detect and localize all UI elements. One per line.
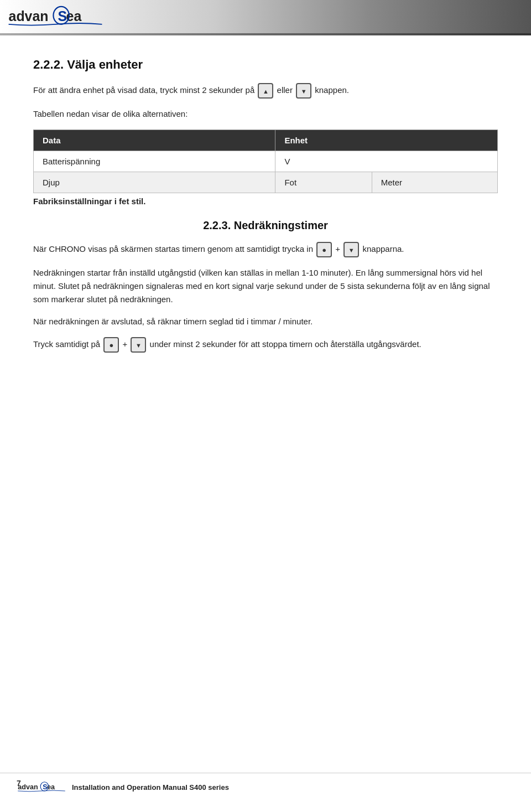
table-row: Djup Fot Meter — [34, 172, 498, 193]
section-223-para4: Tryck samtidigt på + under minst 2 sekun… — [33, 337, 498, 353]
row1-col1: Batterispänning — [34, 151, 275, 172]
footer-manual-text: Installation and Operation Manual S400 s… — [72, 783, 229, 792]
section-223-para3: När nedräkningen är avslutad, så räknar … — [33, 315, 498, 328]
down-button-icon-3 — [131, 337, 146, 353]
row2-col2: Fot — [275, 172, 372, 193]
advansea-logo: advan S ea — [6, 6, 105, 28]
mode-button-icon — [316, 242, 332, 257]
page-number: 7 — [17, 779, 21, 788]
intro-text-middle: eller — [277, 85, 293, 95]
mode-button-icon-2 — [103, 337, 119, 353]
logo-area: advan S ea — [6, 6, 105, 28]
section-223-para2: Nedräkningen startar från inställd utgån… — [33, 266, 498, 306]
para4-text-middle: under minst 2 sekunder för att stoppa ti… — [150, 339, 421, 349]
svg-text:advan: advan — [9, 8, 49, 24]
footer: 7 advan S ea Installation and Operation … — [0, 773, 531, 801]
row2-col3: Meter — [372, 172, 497, 193]
section-223-para1: När CHRONO visas på skärmen startas time… — [33, 242, 498, 257]
units-table: Data Enhet Batterispänning V Djup Fot Me… — [33, 130, 498, 193]
row1-col2: V — [275, 151, 498, 172]
para4-plus: + — [123, 339, 128, 349]
footer-logo-area: advan S ea Installation and Operation Ma… — [17, 779, 229, 795]
main-content: 2.2.2. Välja enheter För att ändra enhet… — [0, 35, 531, 406]
intro-text-start: För att ändra enhet på visad data, tryck… — [33, 85, 254, 95]
section-222-heading: 2.2.2. Välja enheter — [33, 58, 498, 72]
factory-note: Fabriksinställningar i fet stil. — [33, 196, 498, 206]
intro-text-end: knappen. — [315, 85, 349, 95]
section-222-intro: För att ändra enhet på visad data, tryck… — [33, 83, 498, 99]
footer-advansea-logo: advan S ea — [17, 779, 66, 795]
row2-col1: Djup — [34, 172, 275, 193]
down-button-icon-2 — [343, 242, 359, 257]
col-enhet-header: Enhet — [275, 130, 498, 151]
para1-plus: + — [335, 244, 340, 254]
svg-text:S: S — [58, 8, 67, 24]
table-row: Batterispänning V — [34, 151, 498, 172]
down-button-icon — [296, 83, 311, 99]
para1-text-start: När CHRONO visas på skärmen startas time… — [33, 244, 313, 254]
up-button-icon — [258, 83, 273, 99]
para1-text-end: knapparna. — [362, 244, 404, 254]
para4-text-start: Tryck samtidigt på — [33, 339, 100, 349]
header-banner: advan S ea — [0, 0, 531, 33]
section-223-heading: 2.2.3. Nedräkningstimer — [33, 219, 498, 232]
col-data-header: Data — [34, 130, 275, 151]
table-intro-text: Tabellen nedan visar de olika alternativ… — [33, 107, 498, 121]
